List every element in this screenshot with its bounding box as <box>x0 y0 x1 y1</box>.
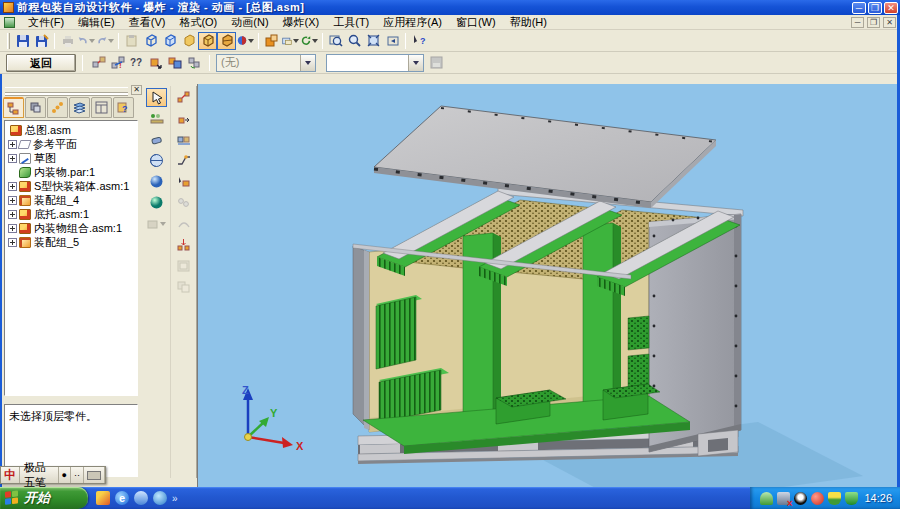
qq-icon[interactable] <box>794 492 807 505</box>
security-alert-icon[interactable] <box>811 492 824 505</box>
safety-shield-icon[interactable] <box>845 492 858 505</box>
messenger-icon[interactable] <box>134 491 148 505</box>
collapse-button[interactable] <box>173 235 194 254</box>
tab-layers[interactable] <box>69 97 90 118</box>
auto-explode-button[interactable] <box>89 54 108 72</box>
expand-icon[interactable] <box>8 182 17 191</box>
restore-button[interactable]: ❐ <box>868 2 882 14</box>
tree-row[interactable]: 装配组_5 <box>7 235 137 249</box>
tree-row[interactable]: 参考平面 <box>7 137 137 151</box>
tree-row[interactable]: 总图.asm <box>7 123 137 137</box>
render-sphere-button[interactable] <box>146 193 167 212</box>
expand-icon[interactable] <box>8 238 17 247</box>
expand-icon[interactable] <box>8 224 17 233</box>
tab-selection[interactable] <box>25 97 46 118</box>
tab-family[interactable] <box>91 97 112 118</box>
previous-view-button[interactable] <box>383 32 402 50</box>
jog-line-button[interactable] <box>173 151 194 170</box>
color-manager-button[interactable] <box>236 32 255 50</box>
reposition-button[interactable] <box>184 54 203 72</box>
menu-format[interactable]: 格式(O) <box>172 14 224 31</box>
chevron-right-icon[interactable]: » <box>172 493 178 504</box>
menu-file[interactable]: 文件(F) <box>21 14 71 31</box>
tree-row[interactable]: 装配组_4 <box>7 193 137 207</box>
tree-row[interactable]: 草图 <box>7 151 137 165</box>
tree-row[interactable]: 底托.asm:1 <box>7 207 137 221</box>
bind-components-button[interactable]: ?? <box>127 54 146 72</box>
ime-punctuation-button[interactable]: ·· <box>71 467 84 483</box>
redo-button[interactable] <box>96 32 115 50</box>
shaded-edges-view-button[interactable] <box>198 32 217 50</box>
mdi-minimize-button[interactable]: ─ <box>851 17 864 28</box>
explode-step-button[interactable] <box>173 88 194 107</box>
eraser-tool-button[interactable] <box>146 130 167 149</box>
zoom-area-button[interactable] <box>326 32 345 50</box>
tab-info[interactable]: ? <box>113 97 134 118</box>
fit-button[interactable] <box>364 32 383 50</box>
ime-name-label[interactable]: 极品五笔 <box>20 467 59 483</box>
wireframe-view-button[interactable] <box>141 32 160 50</box>
explode-preset-combobox[interactable]: (无) <box>216 54 316 72</box>
mdi-close-button[interactable]: ✕ <box>883 17 896 28</box>
user-online-icon[interactable] <box>760 492 773 505</box>
unexplode-button[interactable]: ! <box>108 54 127 72</box>
expand-icon[interactable] <box>8 154 17 163</box>
animation-frame-button[interactable] <box>173 256 194 275</box>
menu-help[interactable]: 帮助(H) <box>503 14 554 31</box>
undo-button[interactable] <box>77 32 96 50</box>
menu-window[interactable]: 窗口(W) <box>449 14 503 31</box>
toolbar-grip[interactable] <box>7 33 10 49</box>
explode-options-button[interactable] <box>165 54 184 72</box>
textured-view-button[interactable] <box>217 32 236 50</box>
display-error-icon[interactable] <box>777 492 790 505</box>
save-button[interactable] <box>13 32 32 50</box>
tab-pathfinder[interactable] <box>3 97 24 118</box>
link-parts-button[interactable] <box>173 214 194 233</box>
group-parts-button[interactable] <box>173 193 194 212</box>
shaded-outline-sphere-button[interactable] <box>146 172 167 191</box>
menu-edit[interactable]: 编辑(E) <box>71 14 122 31</box>
edgebar-drag-handle[interactable] <box>5 87 128 93</box>
chevron-down-icon[interactable] <box>408 55 423 71</box>
tab-features[interactable] <box>47 97 68 118</box>
select-help-button[interactable]: ? <box>409 32 428 50</box>
ime-soft-keyboard-button[interactable] <box>84 467 105 483</box>
tree-row[interactable]: S型快装箱体.asm:1 <box>7 179 137 193</box>
return-button[interactable]: 返回 <box>6 54 76 72</box>
locate-button[interactable] <box>146 214 167 233</box>
menu-applications[interactable]: 应用程序(A) <box>376 14 449 31</box>
face-paint-button[interactable] <box>262 32 281 50</box>
expand-icon[interactable] <box>8 210 17 219</box>
3d-viewport[interactable]: Z X Y <box>197 84 897 487</box>
zoom-button[interactable] <box>345 32 364 50</box>
refresh-view-button[interactable] <box>300 32 319 50</box>
select-options-button[interactable] <box>146 109 167 128</box>
start-button[interactable]: 开始 <box>0 487 88 509</box>
save-configuration-button[interactable] <box>427 54 446 72</box>
internet-explorer-icon[interactable]: e <box>115 491 129 505</box>
menu-tools[interactable]: 工具(T) <box>326 14 376 31</box>
drag-explode-button[interactable] <box>173 172 194 191</box>
expand-icon[interactable] <box>8 196 17 205</box>
chevron-down-icon[interactable] <box>300 55 315 71</box>
close-button[interactable]: ✕ <box>884 2 898 14</box>
window-select-button[interactable] <box>281 32 300 50</box>
move-part-button[interactable] <box>173 109 194 128</box>
visible-edges-view-button[interactable] <box>160 32 179 50</box>
app-color-icon[interactable] <box>96 491 110 505</box>
menu-explode[interactable]: 爆炸(X) <box>276 14 327 31</box>
minimize-button[interactable]: ─ <box>852 2 866 14</box>
shaded-sphere-button[interactable] <box>146 151 167 170</box>
ime-language-button[interactable]: 中 <box>1 467 20 483</box>
clipboard-icon[interactable] <box>122 32 141 50</box>
expand-icon[interactable] <box>8 140 17 149</box>
edgebar-close-icon[interactable]: ✕ <box>131 85 142 95</box>
antivirus-shield-icon[interactable] <box>828 492 841 505</box>
tree-row[interactable]: 内装物组合.asm:1 <box>7 221 137 235</box>
network-icon[interactable] <box>153 491 167 505</box>
print-button[interactable] <box>58 32 77 50</box>
tree-row[interactable]: 内装物.par:1 <box>7 165 137 179</box>
select-tool-button[interactable] <box>146 88 167 107</box>
document-icon[interactable] <box>4 17 15 28</box>
configuration-combobox[interactable] <box>326 54 424 72</box>
